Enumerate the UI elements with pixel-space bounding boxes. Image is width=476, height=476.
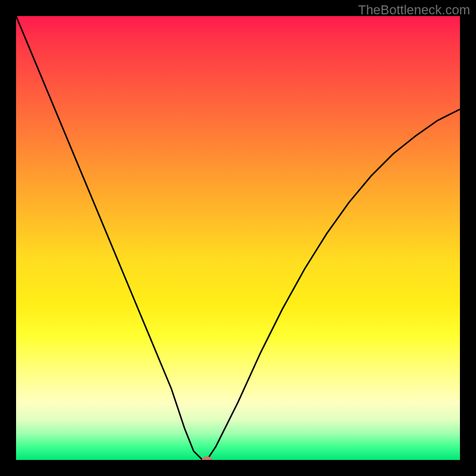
optimal-point-marker xyxy=(202,456,212,460)
bottleneck-curve xyxy=(16,16,460,460)
watermark-text: TheBottleneck.com xyxy=(358,2,470,18)
plot-area xyxy=(16,16,460,460)
